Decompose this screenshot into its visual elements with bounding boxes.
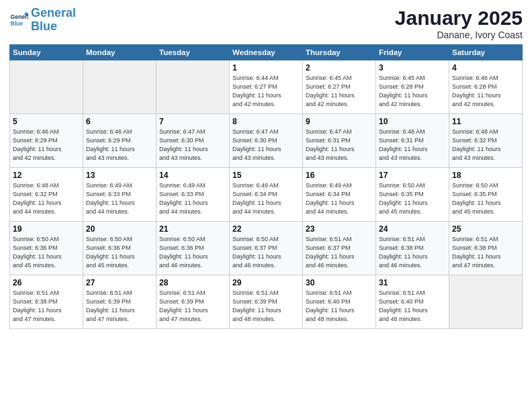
day-number: 25 xyxy=(452,224,519,234)
day-number: 3 xyxy=(379,63,446,73)
day-info: Sunrise: 6:45 AM Sunset: 6:27 PM Dayligh… xyxy=(306,74,373,109)
calendar-cell: 18Sunrise: 6:50 AM Sunset: 6:35 PM Dayli… xyxy=(449,168,523,222)
day-info: Sunrise: 6:51 AM Sunset: 6:40 PM Dayligh… xyxy=(306,289,373,324)
day-number: 29 xyxy=(232,278,300,287)
calendar-cell: 30Sunrise: 6:51 AM Sunset: 6:40 PM Dayli… xyxy=(303,275,376,329)
calendar-cell: 28Sunrise: 6:51 AM Sunset: 6:39 PM Dayli… xyxy=(157,275,230,329)
day-number: 4 xyxy=(452,63,519,73)
calendar-cell: 29Sunrise: 6:51 AM Sunset: 6:39 PM Dayli… xyxy=(230,275,303,329)
calendar-cell: 14Sunrise: 6:49 AM Sunset: 6:33 PM Dayli… xyxy=(157,168,230,222)
title-block: January 2025 Danane, Ivory Coast xyxy=(395,7,523,40)
day-number: 6 xyxy=(86,117,153,126)
day-info: Sunrise: 6:51 AM Sunset: 6:38 PM Dayligh… xyxy=(13,289,80,324)
calendar-cell: 27Sunrise: 6:51 AM Sunset: 6:39 PM Dayli… xyxy=(83,275,157,329)
day-number: 30 xyxy=(306,278,373,287)
day-info: Sunrise: 6:49 AM Sunset: 6:34 PM Dayligh… xyxy=(232,181,300,216)
calendar-cell: 31Sunrise: 6:51 AM Sunset: 6:40 PM Dayli… xyxy=(376,275,449,329)
day-number: 15 xyxy=(232,171,300,180)
day-info: Sunrise: 6:51 AM Sunset: 6:39 PM Dayligh… xyxy=(159,289,226,324)
calendar-title: January 2025 xyxy=(395,7,523,30)
day-number: 19 xyxy=(13,224,80,234)
calendar-cell: 21Sunrise: 6:50 AM Sunset: 6:36 PM Dayli… xyxy=(157,222,230,275)
calendar-cell: 12Sunrise: 6:48 AM Sunset: 6:32 PM Dayli… xyxy=(10,168,83,222)
day-info: Sunrise: 6:51 AM Sunset: 6:40 PM Dayligh… xyxy=(379,289,446,324)
calendar-cell xyxy=(83,60,157,114)
day-number: 2 xyxy=(306,63,373,73)
day-info: Sunrise: 6:51 AM Sunset: 6:37 PM Dayligh… xyxy=(306,235,373,270)
day-number: 16 xyxy=(306,171,373,180)
day-number: 23 xyxy=(306,224,373,234)
week-row-5: 26Sunrise: 6:51 AM Sunset: 6:38 PM Dayli… xyxy=(10,275,523,329)
calendar-cell: 20Sunrise: 6:50 AM Sunset: 6:36 PM Dayli… xyxy=(83,222,157,275)
day-info: Sunrise: 6:46 AM Sunset: 6:28 PM Dayligh… xyxy=(452,74,519,109)
calendar-cell: 2Sunrise: 6:45 AM Sunset: 6:27 PM Daylig… xyxy=(303,60,376,114)
day-info: Sunrise: 6:49 AM Sunset: 6:33 PM Dayligh… xyxy=(86,181,153,216)
calendar-cell: 1Sunrise: 6:44 AM Sunset: 6:27 PM Daylig… xyxy=(230,60,303,114)
calendar-cell: 4Sunrise: 6:46 AM Sunset: 6:28 PM Daylig… xyxy=(449,60,523,114)
calendar-cell: 3Sunrise: 6:45 AM Sunset: 6:28 PM Daylig… xyxy=(376,60,449,114)
calendar-cell xyxy=(157,60,230,114)
day-info: Sunrise: 6:50 AM Sunset: 6:36 PM Dayligh… xyxy=(13,235,80,270)
header-cell-thursday: Thursday xyxy=(303,45,376,60)
calendar-cell: 5Sunrise: 6:46 AM Sunset: 6:29 PM Daylig… xyxy=(10,114,83,168)
calendar-cell: 10Sunrise: 6:48 AM Sunset: 6:31 PM Dayli… xyxy=(376,114,449,168)
header-cell-saturday: Saturday xyxy=(449,45,523,60)
day-info: Sunrise: 6:50 AM Sunset: 6:36 PM Dayligh… xyxy=(86,235,153,270)
day-info: Sunrise: 6:50 AM Sunset: 6:35 PM Dayligh… xyxy=(379,181,446,216)
day-info: Sunrise: 6:51 AM Sunset: 6:39 PM Dayligh… xyxy=(86,289,153,324)
day-number: 12 xyxy=(13,171,80,180)
day-number: 27 xyxy=(86,278,153,287)
day-number: 8 xyxy=(232,117,300,126)
calendar-subtitle: Danane, Ivory Coast xyxy=(395,30,523,40)
header-cell-monday: Monday xyxy=(83,45,157,60)
day-info: Sunrise: 6:47 AM Sunset: 6:30 PM Dayligh… xyxy=(159,128,226,163)
day-info: Sunrise: 6:49 AM Sunset: 6:34 PM Dayligh… xyxy=(306,181,373,216)
week-row-3: 12Sunrise: 6:48 AM Sunset: 6:32 PM Dayli… xyxy=(10,168,523,222)
day-info: Sunrise: 6:47 AM Sunset: 6:31 PM Dayligh… xyxy=(306,128,373,163)
logo-line2: Blue xyxy=(31,19,57,33)
day-info: Sunrise: 6:51 AM Sunset: 6:38 PM Dayligh… xyxy=(379,235,446,270)
week-row-2: 5Sunrise: 6:46 AM Sunset: 6:29 PM Daylig… xyxy=(10,114,523,168)
calendar-cell: 17Sunrise: 6:50 AM Sunset: 6:35 PM Dayli… xyxy=(376,168,449,222)
day-info: Sunrise: 6:47 AM Sunset: 6:30 PM Dayligh… xyxy=(232,128,300,163)
day-info: Sunrise: 6:48 AM Sunset: 6:32 PM Dayligh… xyxy=(13,181,80,216)
calendar-cell: 7Sunrise: 6:47 AM Sunset: 6:30 PM Daylig… xyxy=(157,114,230,168)
day-number: 28 xyxy=(159,278,226,287)
header-cell-friday: Friday xyxy=(376,45,449,60)
day-number: 13 xyxy=(86,171,153,180)
week-row-1: 1Sunrise: 6:44 AM Sunset: 6:27 PM Daylig… xyxy=(10,60,523,114)
day-number: 20 xyxy=(86,224,153,234)
header-cell-wednesday: Wednesday xyxy=(230,45,303,60)
page-header: General Blue General Blue January 2025 D… xyxy=(9,7,523,40)
day-number: 1 xyxy=(232,63,300,73)
day-info: Sunrise: 6:49 AM Sunset: 6:33 PM Dayligh… xyxy=(159,181,226,216)
calendar-cell: 8Sunrise: 6:47 AM Sunset: 6:30 PM Daylig… xyxy=(230,114,303,168)
day-number: 22 xyxy=(232,224,300,234)
header-cell-sunday: Sunday xyxy=(10,45,83,60)
day-info: Sunrise: 6:50 AM Sunset: 6:36 PM Dayligh… xyxy=(159,235,226,270)
logo-line1: General xyxy=(31,6,76,19)
day-info: Sunrise: 6:51 AM Sunset: 6:38 PM Dayligh… xyxy=(452,235,519,270)
page-container: General Blue General Blue January 2025 D… xyxy=(0,0,532,336)
day-number: 10 xyxy=(379,117,446,126)
day-number: 14 xyxy=(159,171,226,180)
logo: General Blue General Blue xyxy=(9,7,76,34)
day-info: Sunrise: 6:44 AM Sunset: 6:27 PM Dayligh… xyxy=(232,74,300,109)
calendar-cell: 9Sunrise: 6:47 AM Sunset: 6:31 PM Daylig… xyxy=(303,114,376,168)
day-info: Sunrise: 6:48 AM Sunset: 6:32 PM Dayligh… xyxy=(452,128,519,163)
day-info: Sunrise: 6:48 AM Sunset: 6:31 PM Dayligh… xyxy=(379,128,446,163)
calendar-cell: 11Sunrise: 6:48 AM Sunset: 6:32 PM Dayli… xyxy=(449,114,523,168)
calendar-cell: 13Sunrise: 6:49 AM Sunset: 6:33 PM Dayli… xyxy=(83,168,157,222)
day-info: Sunrise: 6:50 AM Sunset: 6:37 PM Dayligh… xyxy=(232,235,300,270)
day-number: 5 xyxy=(13,117,80,126)
day-info: Sunrise: 6:46 AM Sunset: 6:29 PM Dayligh… xyxy=(13,128,80,163)
logo-text: General Blue xyxy=(31,7,76,34)
day-info: Sunrise: 6:46 AM Sunset: 6:29 PM Dayligh… xyxy=(86,128,153,163)
week-row-4: 19Sunrise: 6:50 AM Sunset: 6:36 PM Dayli… xyxy=(10,222,523,275)
calendar-cell: 24Sunrise: 6:51 AM Sunset: 6:38 PM Dayli… xyxy=(376,222,449,275)
day-number: 11 xyxy=(452,117,519,126)
calendar-cell: 26Sunrise: 6:51 AM Sunset: 6:38 PM Dayli… xyxy=(10,275,83,329)
day-number: 24 xyxy=(379,224,446,234)
day-info: Sunrise: 6:45 AM Sunset: 6:28 PM Dayligh… xyxy=(379,74,446,109)
calendar-cell: 6Sunrise: 6:46 AM Sunset: 6:29 PM Daylig… xyxy=(83,114,157,168)
